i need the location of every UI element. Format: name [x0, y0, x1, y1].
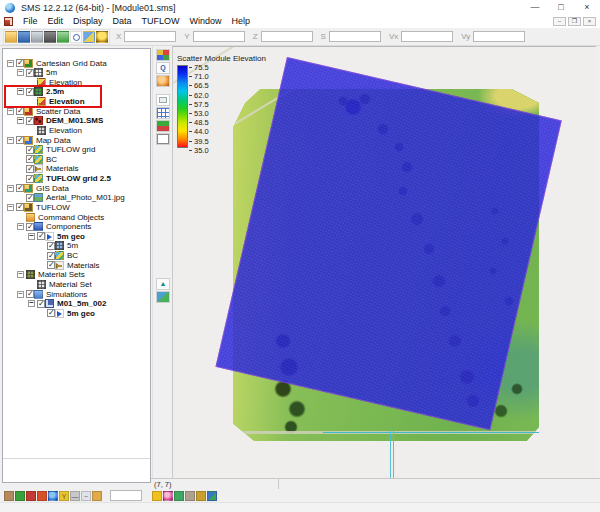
contour-options-icon[interactable] — [156, 120, 170, 132]
expander-icon[interactable]: − — [17, 88, 24, 95]
menu-window[interactable]: Window — [185, 15, 227, 28]
menu-file[interactable]: File — [18, 15, 43, 28]
grid-snap-icon[interactable] — [156, 107, 170, 119]
coord-input-y[interactable] — [193, 31, 245, 42]
expander-icon[interactable]: − — [7, 204, 14, 211]
checkbox-checked[interactable] — [47, 261, 55, 269]
checkbox-checked[interactable] — [26, 175, 34, 183]
tree-item-bc[interactable]: BC — [16, 154, 57, 164]
expander-icon[interactable]: − — [17, 69, 24, 76]
checkbox-checked[interactable] — [26, 290, 34, 298]
tree-item-tuflow-grid-2-5[interactable]: TUFLOW grid 2.5 — [16, 174, 111, 184]
checkbox-checked[interactable] — [26, 88, 34, 96]
particle-module-icon[interactable]: ~ — [81, 491, 91, 501]
mdi-minimize-button[interactable]: – — [553, 17, 566, 26]
expander-icon[interactable]: − — [7, 108, 14, 115]
tree-item-simulations[interactable]: −Simulations — [16, 289, 87, 299]
checkbox-checked[interactable] — [47, 309, 55, 317]
scatter-module-icon[interactable] — [26, 491, 36, 501]
checkbox-checked[interactable] — [16, 136, 24, 144]
tree-item-m01-5m-002[interactable]: −M01_5m_002 — [27, 299, 106, 309]
maximize-button[interactable]: □ — [548, 0, 574, 15]
frame-image-icon[interactable] — [156, 94, 170, 106]
checkbox-checked[interactable] — [26, 117, 34, 125]
lamp-macro-icon[interactable] — [152, 491, 162, 501]
coord-input-x[interactable] — [124, 31, 176, 42]
expander-icon[interactable]: − — [17, 291, 24, 298]
expander-icon[interactable]: − — [7, 137, 14, 144]
checkbox-checked[interactable] — [16, 184, 24, 192]
tree-item-2-5m[interactable]: −2.5m — [16, 87, 64, 97]
tree-item-materials[interactable]: Materials — [16, 164, 78, 174]
tile-macro-icon[interactable] — [207, 491, 217, 501]
checkbox-checked[interactable] — [16, 203, 24, 211]
stack-macro-icon[interactable] — [174, 491, 184, 501]
expander-icon[interactable]: − — [28, 233, 35, 240]
delete-button[interactable] — [44, 31, 56, 43]
tree-item-material-sets[interactable]: −Material Sets — [16, 270, 85, 280]
checkbox-checked[interactable] — [47, 252, 55, 260]
tree-item-command-objects[interactable]: Command Objects — [16, 212, 104, 222]
tree-item-bc[interactable]: BC — [37, 251, 78, 261]
tree-item-elevation[interactable]: Elevation — [27, 125, 82, 135]
cartesian-grid-module-icon[interactable] — [15, 491, 25, 501]
expander-icon[interactable]: − — [28, 300, 35, 307]
checkbox-checked[interactable] — [37, 300, 45, 308]
frame-corners-icon[interactable] — [156, 133, 170, 145]
mdi-close-button[interactable]: × — [583, 17, 596, 26]
status-edit-box[interactable] — [110, 490, 142, 501]
checkbox-checked[interactable] — [26, 69, 34, 77]
expander-icon[interactable]: − — [17, 271, 24, 278]
expander-icon[interactable]: − — [7, 60, 14, 67]
tree-item-elevation[interactable]: Elevation — [27, 77, 82, 87]
tree-item-tuflow[interactable]: −TUFLOW — [6, 202, 70, 212]
zoom-tool-icon[interactable]: Q — [156, 62, 170, 74]
tree-item-5m-geo[interactable]: −5m geo — [27, 231, 85, 241]
sphere-macro-icon[interactable] — [163, 491, 173, 501]
tree-item-map-data[interactable]: −Map Data — [6, 135, 71, 145]
tree-item-components[interactable]: −Components — [16, 222, 91, 232]
1d-grid-module-icon[interactable]: — — [70, 491, 80, 501]
checkbox-checked[interactable] — [37, 232, 45, 240]
gis-module-icon[interactable] — [92, 491, 102, 501]
tree-item-aerial-photo-m01-jpg[interactable]: Aerial_Photo_M01.jpg — [16, 193, 125, 203]
minimize-button[interactable]: — — [522, 0, 548, 15]
coord-input-vy[interactable] — [473, 31, 525, 42]
tree-item-material-set[interactable]: Material Set — [27, 279, 92, 289]
menu-edit[interactable]: Edit — [43, 15, 69, 28]
coord-input-z[interactable] — [261, 31, 313, 42]
checkbox-checked[interactable] — [16, 107, 24, 115]
checkbox-checked[interactable] — [16, 59, 24, 67]
coord-input-s[interactable] — [329, 31, 381, 42]
expander-icon[interactable]: − — [17, 223, 24, 230]
window-macro-icon[interactable] — [185, 491, 195, 501]
close-button[interactable]: × — [574, 0, 600, 15]
save-button[interactable] — [18, 31, 30, 43]
graphics-canvas[interactable]: Scatter Module Elevation 75.571.066.562.… — [172, 46, 596, 478]
expander-icon[interactable]: − — [17, 117, 24, 124]
checkbox-checked[interactable] — [26, 165, 34, 173]
grid-macro-icon[interactable] — [196, 491, 206, 501]
bulb-button[interactable] — [96, 31, 108, 43]
menu-data[interactable]: Data — [108, 15, 137, 28]
map-module-icon[interactable] — [48, 491, 58, 501]
menu-tuflow[interactable]: TUFLOW — [137, 15, 185, 28]
checkbox-checked[interactable] — [26, 155, 34, 163]
menu-display[interactable]: Display — [68, 15, 108, 28]
project-explorer[interactable]: −Cartesian Grid Data−5mElevation−2.5mEle… — [2, 48, 151, 483]
tree-item-materials[interactable]: Materials — [37, 260, 99, 270]
tree-item-elevation[interactable]: Elevation — [27, 97, 85, 107]
tree-item-dem-m01-sms[interactable]: −DEM_M01.SMS — [16, 116, 103, 126]
zoom-button[interactable] — [70, 31, 82, 43]
mesh-button[interactable] — [83, 31, 95, 43]
checkbox-checked[interactable] — [26, 146, 34, 154]
plot-up-icon[interactable]: ▲ — [156, 278, 170, 290]
tree-item-scatter-data[interactable]: −Scatter Data — [6, 106, 80, 116]
frame-button[interactable] — [57, 31, 69, 43]
river-module-icon[interactable]: Y — [59, 491, 69, 501]
checkbox-checked[interactable] — [47, 242, 55, 250]
display-options-icon[interactable] — [156, 49, 170, 61]
house-module-icon[interactable] — [4, 491, 14, 501]
open-button[interactable] — [5, 31, 17, 43]
checkbox-checked[interactable] — [26, 223, 34, 231]
